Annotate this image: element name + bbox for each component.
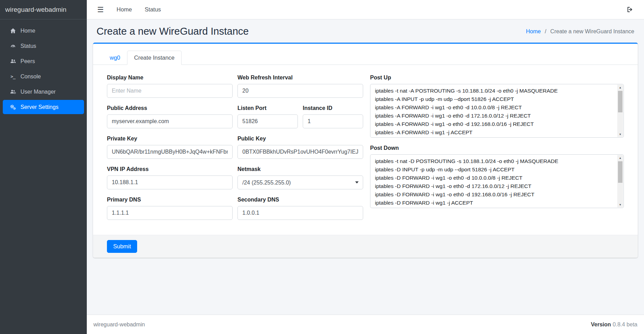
post-up-line: iptables -A FORWARD -i wg1 -o eth0 -d 19… [375,120,612,128]
instance-id-input[interactable] [303,114,363,128]
post-down-line: iptables -D FORWARD -i wg1 -o eth0 -d 17… [375,182,612,190]
scroll-up-arrow-icon[interactable]: ▲ [617,155,623,161]
post-up-scroll-track[interactable] [617,90,623,131]
breadcrumb-separator: / [545,28,546,34]
post-down-scrollbar[interactable]: ▲ ▼ [617,155,623,207]
post-down-line: iptables -D FORWARD -i wg1 -j ACCEPT [375,199,612,207]
post-down-content: iptables -t nat -D POSTROUTING -s 10.188… [370,155,624,208]
post-down-label: Post Down [370,145,624,151]
display-name-label: Display Name [107,75,233,81]
scroll-down-arrow-icon[interactable]: ▼ [617,202,623,207]
tab-create-instance[interactable]: Create Instance [127,51,181,65]
app-root: wireguard-webadmin Home Status [0,0,644,334]
page-header: Create a new WireGuard Instance Home / C… [93,19,638,43]
post-up-scroll-thumb[interactable] [618,91,622,112]
sidebar-item-console[interactable]: >_ Console [3,69,84,84]
sidebar-item-label: User Manager [20,89,56,95]
sidebar-item-home[interactable]: Home [3,24,84,38]
public-address-input[interactable] [107,114,233,128]
display-name-input[interactable] [107,84,233,98]
listen-port-input[interactable] [237,114,298,128]
top-navbar: ☰ Home Status [87,0,644,19]
scroll-up-arrow-icon[interactable]: ▲ [617,85,623,90]
secondary-dns-field-group: Secondary DNS [237,197,363,220]
post-up-line: iptables -A FORWARD -i wg1 -o eth0 -d 17… [375,112,612,120]
nav-link-home[interactable]: Home [117,6,132,13]
top-navbar-right [626,6,634,13]
sidebar-item-server-settings[interactable]: Server Settings [3,100,84,114]
secondary-dns-label: Secondary DNS [237,197,363,203]
post-down-scroll-thumb[interactable] [618,161,622,183]
netmask-label: Netmask [237,166,363,172]
listen-port-label: Listen Port [237,105,298,111]
sign-out-icon[interactable] [626,6,634,13]
sidebar-item-label: Home [20,28,35,34]
card-body: Display Name Public Address Private Key [93,65,638,235]
create-instance-card: wg0 Create Instance Display Name Public [93,43,638,258]
netmask-field-group: Netmask /24 (255.255.255.0) [237,166,363,189]
scroll-down-arrow-icon[interactable]: ▼ [617,131,623,137]
vpn-ip-input[interactable] [107,175,233,189]
private-key-field-group: Private Key [107,136,233,159]
sidebar-item-label: Status [20,43,36,49]
card-footer: Submit [93,235,638,258]
sidebar-item-label: Console [20,74,41,80]
port-id-row: Listen Port Instance ID [237,105,363,136]
web-refresh-input[interactable] [237,84,363,98]
form-column-3: Post Up iptables -t nat -A POSTROUTING -… [370,75,624,227]
brand-link[interactable]: wireguard-webadmin [0,0,87,19]
instance-form: Display Name Public Address Private Key [107,75,624,227]
nav-link-status[interactable]: Status [145,6,161,13]
version-value: 0.8.4 beta [613,322,637,327]
post-up-scrollbar[interactable]: ▲ ▼ [617,85,623,137]
version-text: Version0.8.4 beta [591,322,637,328]
post-up-content: iptables -t nat -A POSTROUTING -s 10.188… [370,84,624,138]
tabs-bar: wg0 Create Instance [93,44,638,65]
web-refresh-label: Web Refresh Interval [237,75,363,81]
display-name-field-group: Display Name [107,75,233,98]
home-icon [9,27,17,34]
vpn-ip-field-group: VPN IP Address [107,166,233,189]
sidebar-item-peers[interactable]: Peers [3,54,84,68]
post-down-textarea[interactable]: iptables -t nat -D POSTROUTING -s 10.188… [370,154,624,208]
primary-dns-input[interactable] [107,206,233,220]
page-title: Create a new WireGuard Instance [97,26,249,37]
public-address-label: Public Address [107,105,233,111]
footer-brand-text: wireguard-webadmin [93,322,145,328]
secondary-dns-input[interactable] [237,206,363,220]
hamburger-icon[interactable]: ☰ [97,6,104,13]
instance-id-field-group: Instance ID [303,105,363,128]
post-up-line: iptables -t nat -A POSTROUTING -s 10.188… [375,87,612,95]
sidebar-item-label: Peers [20,58,35,65]
post-up-label: Post Up [370,75,624,81]
public-key-field-group: Public Key [237,136,363,159]
post-up-line: iptables -A FORWARD -i wg1 -o eth0 -d 10… [375,103,612,112]
netmask-select-wrap: /24 (255.255.255.0) [237,175,363,189]
sidebar-item-user-manager[interactable]: User Manager [3,85,84,99]
breadcrumb-home-link[interactable]: Home [526,28,541,34]
web-refresh-field-group: Web Refresh Interval [237,75,363,98]
main-column: ☰ Home Status Create a new WireGuard Ins… [87,0,644,334]
post-down-line: iptables -D INPUT -p udp -m udp --dport … [375,165,612,174]
sidebar: wireguard-webadmin Home Status [0,0,87,334]
public-key-label: Public Key [237,136,363,142]
sidebar-item-status[interactable]: Status [3,39,84,53]
instance-id-label: Instance ID [303,105,363,111]
public-key-input[interactable] [237,145,363,159]
post-down-line: iptables -D FORWARD -i wg1 -o eth0 -d 19… [375,190,612,199]
private-key-input[interactable] [107,145,233,159]
top-navbar-left: ☰ Home Status [97,6,161,13]
submit-button[interactable]: Submit [107,240,137,253]
post-down-scroll-track[interactable] [617,161,623,202]
breadcrumb-current: Create a new WireGuard Instance [550,28,634,34]
post-up-textarea[interactable]: iptables -t nat -A POSTROUTING -s 10.188… [370,84,624,138]
post-down-line: iptables -t nat -D POSTROUTING -s 10.188… [375,157,612,165]
sidebar-nav: Home Status [0,19,87,119]
gears-icon [9,104,17,111]
post-up-field-group: Post Up iptables -t nat -A POSTROUTING -… [370,75,624,138]
netmask-select[interactable]: /24 (255.255.255.0) [237,175,363,189]
version-label: Version [591,322,611,327]
content-area: Create a new WireGuard Instance Home / C… [87,19,644,315]
tab-wg0[interactable]: wg0 [103,51,127,65]
public-address-field-group: Public Address [107,105,233,128]
